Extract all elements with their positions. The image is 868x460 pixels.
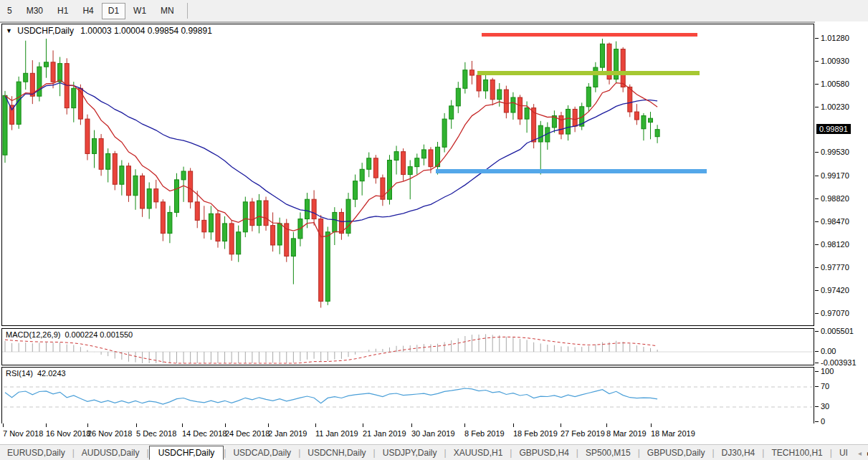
tab-dj30-h4[interactable]: DJ30,H4: [715, 446, 763, 459]
rsi-panel[interactable]: RSI(14)42.0243: [1, 367, 814, 424]
rsi-label: RSI(14)42.0243: [6, 369, 66, 378]
tab-usdcnh-daily[interactable]: USDCNH,Daily: [300, 446, 373, 459]
tab-ui[interactable]: UI: [832, 446, 855, 459]
rsi-value: 42.0243: [37, 369, 66, 378]
tab-sp500-m15[interactable]: SP500,M15: [578, 446, 638, 459]
date-tick: [136, 423, 137, 427]
price-tick-label-tick: [815, 176, 819, 176]
chart-ohlc-values: 1.00003 1.00004 0.99854 0.99891: [80, 26, 212, 36]
price-tick-label: 1.00580: [821, 80, 849, 88]
date-tick: [606, 423, 607, 427]
macd-tick-label-tick: [815, 331, 819, 332]
macd-tick-label: -0.003931: [821, 358, 857, 367]
chart-symbol-label: USDCHF,Daily: [17, 26, 74, 36]
date-label: 2 Jan 2019: [268, 429, 307, 438]
date-label: 18 Feb 2019: [513, 429, 558, 438]
date-tick: [464, 423, 465, 427]
candlestick-chart[interactable]: [2, 24, 814, 325]
date-tick: [651, 423, 652, 427]
tab-usdjpy-daily[interactable]: USDJPY,Daily: [376, 446, 444, 459]
timeframe-button-h1[interactable]: H1: [51, 3, 75, 19]
price-tick-label-tick: [815, 152, 819, 153]
date-tick: [561, 423, 561, 427]
price-tick-label: 0.99170: [821, 171, 849, 180]
timeframe-button-w1[interactable]: W1: [127, 3, 153, 19]
date-tick: [411, 423, 412, 427]
toolbar-separator: [187, 3, 188, 19]
price-tick-label-tick: [815, 38, 819, 39]
chart-title: ▼ USDCHF,Daily 1.00003 1.00004 0.99854 0…: [6, 26, 212, 36]
date-tick: [315, 423, 316, 427]
date-label: 8 Mar 2019: [606, 429, 647, 438]
current-price-box: 0.99891: [816, 124, 851, 134]
price-tick-label: 0.97420: [821, 286, 849, 294]
date-tick: [363, 423, 363, 427]
price-tick-label: 0.98120: [821, 240, 849, 249]
price-axis[interactable]: 1.012801.009301.005801.002300.995300.991…: [815, 21, 868, 446]
timeframe-button-h4[interactable]: H4: [76, 3, 100, 19]
rsi-tick-label-tick: [815, 406, 819, 407]
date-tick: [3, 423, 4, 427]
date-label: 30 Jan 2019: [411, 429, 455, 438]
trading-terminal: 5M30H1H4D1W1MN ▼ USDCHF,Daily 1.00003 1.…: [0, 0, 868, 460]
price-tick-label: 0.98470: [821, 217, 849, 226]
date-tick: [513, 423, 514, 427]
price-tick-label-tick: [815, 290, 819, 291]
rsi-tick-label: 30: [821, 402, 829, 411]
timeframe-button-5[interactable]: 5: [1, 3, 19, 19]
date-label: 27 Feb 2019: [561, 429, 605, 438]
rsi-tick-label: 100: [821, 367, 834, 375]
date-tick: [46, 423, 47, 427]
date-tick: [87, 423, 88, 427]
price-tick-label-tick: [815, 244, 819, 245]
rsi-tick-label-tick: [815, 421, 819, 422]
price-chart-panel[interactable]: ▼ USDCHF,Daily 1.00003 1.00004 0.99854 0…: [1, 24, 814, 326]
rsi-chart[interactable]: [2, 368, 814, 423]
tab-eurusd-daily[interactable]: EURUSD,Daily: [0, 446, 72, 459]
date-label: 7 Nov 2018: [3, 429, 43, 438]
date-tick: [225, 423, 226, 427]
date-label: 26 Nov 2018: [87, 429, 132, 438]
macd-tick-label-tick: [815, 351, 819, 352]
price-tick-label: 1.00230: [821, 102, 849, 111]
date-label: 14 Dec 2018: [182, 429, 226, 438]
tab-tech100-h1[interactable]: TECH100,H1: [764, 446, 829, 459]
rsi-tick-label: 70: [821, 382, 829, 390]
price-tick-label-tick: [815, 313, 819, 314]
tab-scroll-left-icon[interactable]: ◂: [855, 449, 864, 457]
price-tick-label: 0.99530: [821, 148, 849, 156]
rsi-tick-label-tick: [815, 386, 819, 387]
macd-label: MACD(12,26,9)0.000224 0.001550: [6, 330, 133, 339]
date-label: 24 Dec 2018: [225, 429, 270, 438]
price-tick-label: 0.97770: [821, 263, 849, 272]
timeframe-button-d1[interactable]: D1: [102, 3, 125, 19]
tab-gbpusd-daily[interactable]: GBPUSD,Daily: [640, 446, 712, 459]
macd-tick-label-tick: [815, 363, 819, 363]
price-tick-label-tick: [815, 107, 819, 107]
tab-audusd-daily[interactable]: AUDUSD,Daily: [75, 446, 147, 459]
symbol-dropdown-icon[interactable]: ▼: [6, 27, 12, 34]
timeframe-button-mn[interactable]: MN: [154, 3, 181, 19]
date-tick: [182, 423, 183, 427]
price-tick-label: 1.00930: [821, 57, 849, 65]
macd-tick-label: 0.00: [821, 347, 836, 355]
tab-usdchf-daily[interactable]: USDCHF,Daily: [149, 446, 224, 460]
date-label: 5 Dec 2018: [136, 429, 176, 438]
tab-usdcad-daily[interactable]: USDCAD,Daily: [226, 446, 298, 459]
date-axis[interactable]: 7 Nov 201816 Nov 201826 Nov 20185 Dec 20…: [0, 423, 815, 444]
price-tick-label-tick: [815, 84, 819, 85]
price-tick-label-tick: [815, 267, 819, 268]
price-tick-label: 1.01280: [821, 34, 849, 42]
date-label: 16 Nov 2018: [46, 429, 90, 438]
timeframe-button-m30[interactable]: M30: [20, 3, 49, 19]
rsi-tick-label-tick: [815, 371, 819, 372]
date-label: 11 Jan 2019: [315, 429, 358, 438]
price-tick-label-tick: [815, 198, 819, 199]
tab-scroll-right-icon[interactable]: ▸: [864, 449, 868, 457]
tab-gbpusd-h4[interactable]: GBPUSD,H4: [512, 446, 576, 459]
price-tick-label: 0.98820: [821, 194, 849, 203]
price-tick-label: 0.97070: [821, 309, 849, 317]
macd-panel[interactable]: MACD(12,26,9)0.000224 0.001550: [1, 328, 814, 365]
chart-tab-bar: EURUSD,Daily|AUDUSD,Daily|USDCHF,Daily|U…: [0, 444, 868, 460]
tab-xauusd-h1[interactable]: XAUUSD,H1: [447, 446, 510, 459]
